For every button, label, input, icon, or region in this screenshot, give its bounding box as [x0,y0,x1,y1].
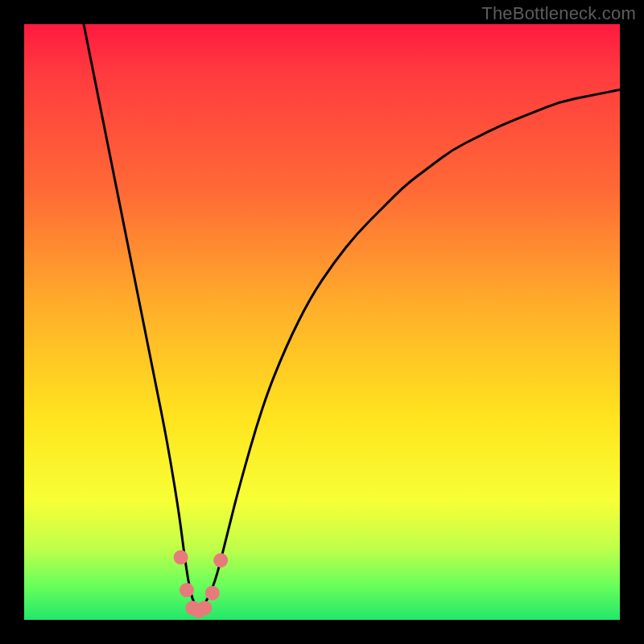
highlighted-points [174,550,229,618]
marker-point [213,553,228,568]
chart-frame: TheBottleneck.com [0,0,644,644]
curve-layer [24,24,620,620]
bottleneck-curve [84,24,620,608]
marker-point [180,583,194,597]
marker-point [205,586,220,601]
plot-area [24,24,620,620]
watermark-text: TheBottleneck.com [481,3,636,24]
marker-point [197,601,212,615]
marker-point [174,550,188,564]
